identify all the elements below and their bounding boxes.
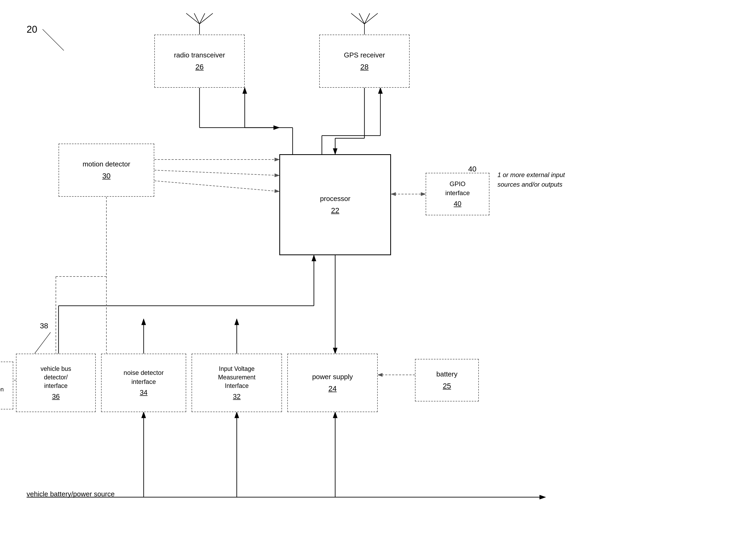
vehicle-data-bus-label: vehicle databus connection — [0, 377, 4, 394]
obd-note: (ie. OBD-II) — [0, 415, 0, 422]
diagram-number: 20 — [26, 24, 37, 35]
gps-receiver-label: GPS receiver — [344, 50, 385, 60]
svg-line-28 — [154, 181, 279, 191]
svg-line-9 — [200, 13, 205, 24]
svg-line-27 — [154, 170, 279, 175]
svg-line-12 — [364, 13, 378, 24]
noise-detector-block: noise detectorinterface 34 — [101, 353, 186, 412]
radio-transceiver-number: 26 — [195, 62, 204, 72]
processor-number: 22 — [331, 205, 339, 216]
gpio-number: 40 — [454, 199, 462, 209]
vehicle-power-label: vehicle battery/power source — [26, 489, 115, 499]
gpio-interface-label: GPIOinterface — [445, 179, 470, 197]
input-voltage-label: Input VoltageMeasurementInterface — [218, 365, 256, 390]
svg-line-11 — [351, 13, 364, 24]
battery-block: battery 25 — [415, 359, 479, 401]
input-voltage-block: Input VoltageMeasurementInterface 32 — [192, 353, 282, 412]
power-supply-number: 24 — [328, 383, 337, 394]
processor-block: processor 22 — [279, 154, 391, 255]
processor-label: processor — [320, 194, 350, 204]
svg-line-8 — [194, 13, 200, 24]
svg-line-6 — [186, 13, 200, 24]
radio-transceiver-block: radio transceiver 26 — [154, 34, 245, 88]
gpio-interface-block: GPIOinterface 40 — [426, 173, 489, 215]
vehicle-data-bus-block: vehicle databus connection — [0, 362, 13, 409]
battery-number: 25 — [442, 381, 451, 391]
motion-detector-number: 30 — [102, 171, 111, 181]
vehicle-bus-block: vehicle busdetector/interface 36 — [16, 353, 96, 412]
input-voltage-number: 32 — [233, 392, 241, 401]
svg-line-47 — [35, 332, 51, 353]
motion-detector-label: motion detector — [82, 159, 130, 169]
noise-detector-label: noise detectorinterface — [124, 368, 164, 386]
svg-line-14 — [364, 13, 370, 24]
power-supply-label: power supply — [312, 372, 353, 382]
diagram-container: 20 radio transceiver 26 GPS receiver 28 … — [0, 0, 756, 553]
gpio-ref-number: 40 — [468, 165, 476, 173]
gpio-note: 1 or more external input sources and/or … — [497, 170, 572, 189]
ref-38-label: 38 — [40, 322, 48, 330]
svg-line-13 — [359, 13, 364, 24]
gps-receiver-number: 28 — [360, 62, 368, 72]
gps-receiver-block: GPS receiver 28 — [319, 34, 410, 88]
battery-label: battery — [436, 369, 458, 379]
vehicle-bus-label: vehicle busdetector/interface — [41, 365, 71, 390]
motion-detector-block: motion detector 30 — [59, 144, 154, 197]
radio-transceiver-label: radio transceiver — [174, 50, 225, 60]
svg-line-48 — [43, 29, 64, 51]
noise-detector-number: 34 — [140, 388, 148, 397]
vehicle-bus-number: 36 — [52, 392, 60, 401]
power-supply-block: power supply 24 — [287, 353, 378, 412]
svg-line-7 — [200, 13, 213, 24]
